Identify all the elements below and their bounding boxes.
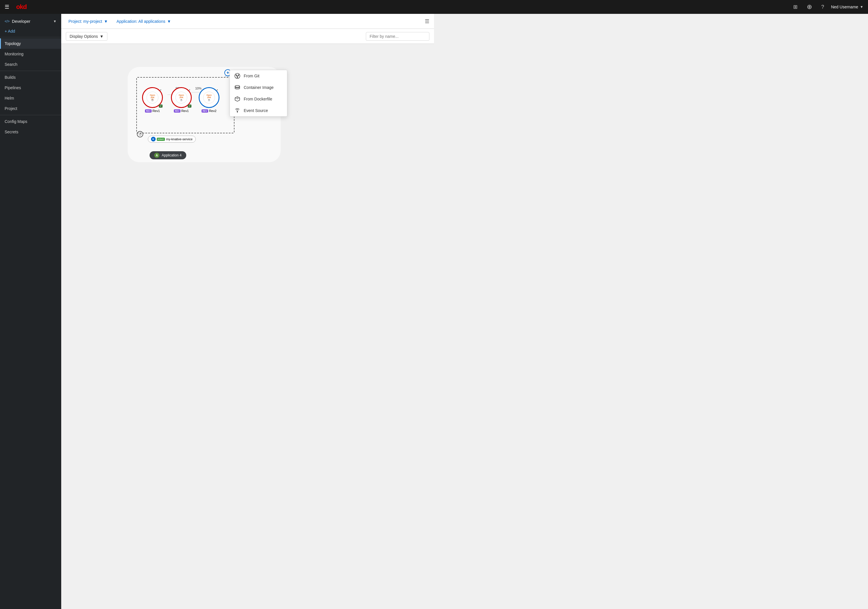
layers-icon	[234, 85, 240, 90]
app-label: Application: All applications	[117, 19, 166, 24]
node-circle-1[interactable]: Open JDK ☕ ↗ ✓	[142, 87, 163, 108]
sidebar-item-monitoring[interactable]: Monitoring	[0, 49, 61, 59]
sidebar-item-pipelines[interactable]: Pipelines	[0, 82, 61, 93]
project-dropdown-arrow: ▼	[104, 19, 108, 24]
application-selector[interactable]: Application: All applications ▼	[114, 18, 174, 25]
node-rev-text-3: Rev2	[209, 109, 217, 113]
node-label-2: REV Rev1	[174, 109, 189, 113]
app4-label[interactable]: A Application 4	[150, 151, 186, 159]
svg-text:☕: ☕	[208, 99, 211, 101]
rev-badge-3: REV	[202, 110, 208, 113]
project-label: Project: my-project	[68, 19, 102, 24]
node-badge-2: ✓	[188, 105, 191, 108]
sidebar-divider-2	[0, 71, 61, 71]
menu-item-from-git[interactable]: From Git	[230, 70, 287, 82]
display-options-button[interactable]: Display Options ▼	[66, 32, 107, 41]
ext-link-icon-1[interactable]: ↗	[159, 89, 161, 92]
svg-line-21	[237, 76, 239, 77]
svg-text:☕: ☕	[180, 99, 183, 101]
ksvc-badge: KSVC	[157, 138, 165, 141]
node-rev-text-1: Rev1	[152, 109, 160, 113]
openjdk-icon-3: Open JDK ☕	[203, 91, 215, 104]
node-badge-1: ✓	[159, 105, 163, 108]
signal-icon	[234, 108, 240, 113]
context-menu: From Git Container Image	[229, 70, 287, 117]
menu-item-container-image[interactable]: Container Image	[230, 82, 287, 93]
svg-point-17	[236, 74, 237, 76]
svg-line-28	[235, 98, 237, 99]
sidebar: </> Developer ▼ + Add Topology Monitorin…	[0, 14, 61, 304]
k-badge: K	[151, 137, 156, 141]
svg-text:JDK: JDK	[207, 96, 211, 99]
menu-item-event-source[interactable]: Event Source	[230, 105, 287, 116]
svg-text:☕: ☕	[151, 99, 154, 101]
sidebar-item-label: Monitoring	[5, 52, 23, 56]
svg-line-29	[237, 98, 240, 99]
svg-text:JDK: JDK	[179, 96, 183, 99]
display-options-arrow: ▼	[100, 34, 104, 39]
rev-badge-1: REV	[145, 110, 151, 113]
sidebar-item-label: Config Maps	[5, 119, 28, 124]
node-label-1: REV Rev1	[145, 109, 160, 113]
hamburger-menu[interactable]: ☰	[5, 4, 9, 10]
sidebar-item-label: Pipelines	[5, 85, 21, 90]
svg-point-19	[237, 77, 238, 78]
main-content: Project: my-project ▼ Application: All a…	[61, 14, 434, 304]
topology-canvas[interactable]: 90% 10% Open JDK ☕ ↗ ✓ RE	[61, 44, 434, 304]
svg-text:Open: Open	[150, 94, 155, 96]
topo-node-1[interactable]: Open JDK ☕ ↗ ✓ REV Rev1	[142, 87, 163, 113]
ksvc-text: my-knative-service	[166, 138, 192, 141]
sidebar-item-config-maps[interactable]: Config Maps	[0, 116, 61, 127]
secondary-toolbar: Display Options ▼	[61, 29, 434, 44]
git-icon	[234, 73, 240, 79]
topo-node-2[interactable]: Open JDK ☕ ↗ ✓ REV Rev1	[171, 87, 192, 113]
sidebar-item-label: Topology	[5, 41, 21, 46]
node-circle-3[interactable]: Open JDK ☕ ↗	[198, 87, 219, 108]
node-rev-text-2: Rev1	[181, 109, 189, 113]
svg-point-23	[235, 85, 240, 87]
context-arrow: ▼	[53, 19, 57, 23]
sidebar-item-search[interactable]: Search	[0, 59, 61, 70]
sidebar-item-label: Project	[5, 106, 17, 111]
svg-point-18	[238, 74, 239, 76]
rotate-indicator[interactable]: ↺	[137, 131, 143, 138]
context-switcher[interactable]: </> Developer ▼	[0, 16, 61, 26]
rev-badge-2: REV	[174, 110, 180, 113]
sidebar-item-helm[interactable]: Helm	[0, 93, 61, 104]
ext-link-icon-3[interactable]: ↗	[216, 89, 218, 92]
svg-text:Open: Open	[179, 94, 184, 96]
context-icon: </>	[5, 19, 9, 23]
sidebar-item-builds[interactable]: Builds	[0, 72, 61, 82]
top-navigation: ☰ okd ⊞ ⊕ ? Ned Username ▼	[0, 0, 434, 14]
app4-badge: A	[154, 153, 160, 158]
app-dropdown-arrow: ▼	[167, 19, 171, 24]
cube-icon	[234, 96, 240, 102]
sidebar-item-secrets[interactable]: Secrets	[0, 127, 61, 137]
openjdk-icon-2: Open JDK ☕	[175, 91, 188, 104]
sidebar-item-project[interactable]: Project	[0, 104, 61, 114]
sidebar-item-label: Helm	[5, 96, 14, 100]
sidebar-divider-3	[0, 115, 61, 115]
list-view-icon[interactable]: ☰	[425, 18, 429, 25]
node-inner-1: Open JDK ☕	[144, 89, 161, 106]
filter-input[interactable]	[366, 32, 429, 41]
menu-item-from-dockerfile[interactable]: From Dockerfile	[230, 93, 287, 105]
sidebar-item-label: Search	[5, 62, 17, 66]
menu-label-container-image: Container Image	[244, 85, 274, 90]
sidebar-item-label: Secrets	[5, 130, 18, 134]
svg-text:JDK: JDK	[150, 96, 155, 99]
sidebar-item-topology[interactable]: Topology	[0, 39, 61, 49]
node-circle-2[interactable]: Open JDK ☕ ↗ ✓	[171, 87, 192, 108]
svg-point-30	[237, 111, 238, 112]
app4-text: Application 4	[162, 153, 181, 157]
svg-line-20	[236, 76, 237, 77]
ksvc-label[interactable]: K KSVC my-knative-service	[148, 136, 196, 142]
project-selector[interactable]: Project: my-project ▼	[66, 18, 111, 25]
ext-link-icon-2[interactable]: ↗	[188, 89, 190, 92]
topo-node-3[interactable]: Open JDK ☕ ↗ REV Rev2	[198, 87, 219, 113]
sidebar-item-label: Builds	[5, 75, 16, 80]
svg-text:Open: Open	[206, 94, 212, 96]
menu-label-event-source: Event Source	[244, 108, 268, 113]
add-button[interactable]: + Add	[0, 26, 61, 36]
menu-label-from-git: From Git	[244, 74, 259, 78]
